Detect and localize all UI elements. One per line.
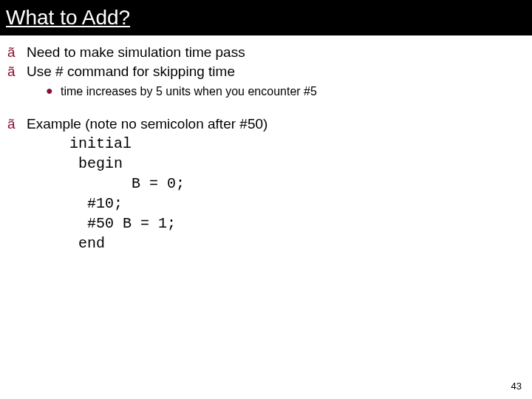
bullet-text: Example (note no semicolon after #50) <box>27 115 267 134</box>
spacer <box>7 100 532 115</box>
bullet-marker: ã <box>7 115 27 134</box>
bullet-item: ã Use # command for skipping time <box>7 62 532 81</box>
code-line: #10; <box>69 195 123 212</box>
bullet-list-example: ã Example (note no semicolon after #50) <box>7 115 532 134</box>
page-number: 43 <box>511 381 522 392</box>
slide-title: What to Add? <box>6 6 130 30</box>
code-line: B = 0; <box>69 175 185 192</box>
bullet-item: ã Example (note no semicolon after #50) <box>7 115 532 134</box>
bullet-marker: ã <box>7 43 27 62</box>
bullet-list: ã Need to make simulation time pass ã Us… <box>7 43 532 81</box>
code-line: end <box>69 235 105 252</box>
sub-bullet-marker: ● <box>46 83 61 99</box>
code-line: initial <box>69 135 132 152</box>
code-line: #50 B = 1; <box>69 215 176 232</box>
sub-bullet-text: time increases by 5 units when you encou… <box>61 83 317 100</box>
title-bar: What to Add? <box>0 0 532 35</box>
bullet-marker: ã <box>7 62 27 81</box>
code-block: initial begin B = 0; #10; #50 B = 1; end <box>7 134 532 253</box>
slide-content: ã Need to make simulation time pass ã Us… <box>0 35 532 253</box>
bullet-item: ã Need to make simulation time pass <box>7 43 532 62</box>
sub-bullet-list: ● time increases by 5 units when you enc… <box>7 83 532 100</box>
bullet-text: Need to make simulation time pass <box>27 43 245 62</box>
bullet-text: Use # command for skipping time <box>27 62 235 81</box>
sub-bullet-item: ● time increases by 5 units when you enc… <box>46 83 532 100</box>
code-line: begin <box>69 155 123 172</box>
